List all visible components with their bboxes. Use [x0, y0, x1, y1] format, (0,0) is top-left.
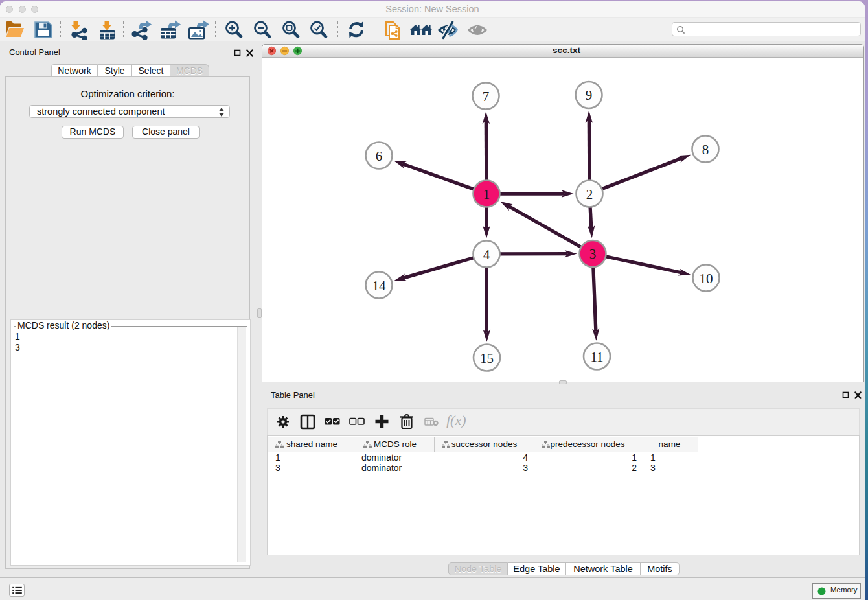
svg-text:15: 15: [480, 351, 494, 366]
svg-text:4: 4: [483, 247, 490, 262]
svg-text:6: 6: [376, 148, 383, 164]
svg-text:2: 2: [586, 187, 593, 202]
svg-text:1: 1: [483, 187, 490, 202]
svg-text:11: 11: [590, 349, 603, 365]
svg-text:8: 8: [702, 142, 709, 157]
svg-text:9: 9: [586, 87, 593, 103]
svg-text:7: 7: [483, 89, 490, 104]
svg-text:10: 10: [700, 271, 713, 286]
svg-text:14: 14: [372, 278, 387, 294]
svg-text:3: 3: [589, 246, 597, 262]
